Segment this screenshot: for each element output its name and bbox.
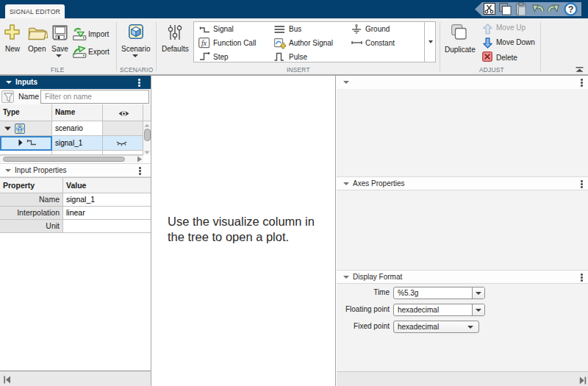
svg-text:?: ? bbox=[568, 4, 574, 15]
svg-text:fx: fx bbox=[201, 39, 207, 47]
